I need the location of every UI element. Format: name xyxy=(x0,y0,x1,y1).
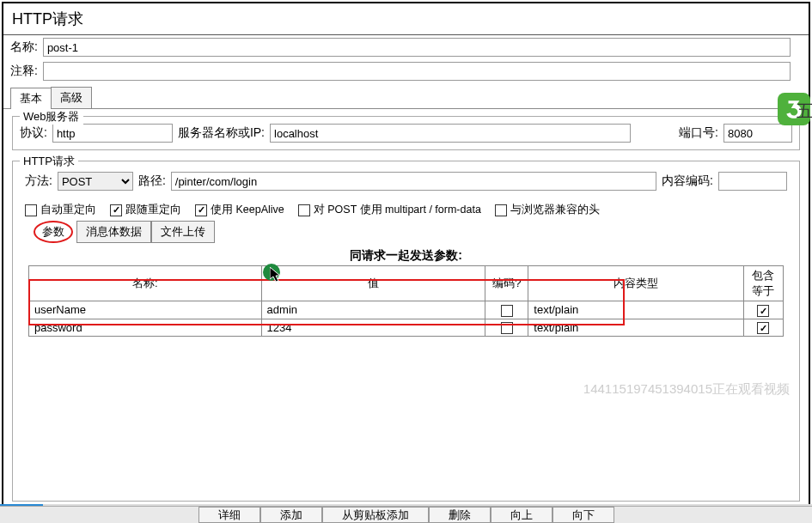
http-legend: HTTP请求 xyxy=(20,154,78,169)
server-label: 服务器名称或IP: xyxy=(178,125,265,141)
checkbox-keepalive[interactable]: 使用 KeepAlive xyxy=(195,203,284,217)
checkbox-auto-redirect[interactable]: 自动重定向 xyxy=(25,203,96,217)
badge-text: 五 xyxy=(797,100,812,123)
port-input[interactable] xyxy=(723,124,792,143)
method-label: 方法: xyxy=(25,173,52,189)
detail-button[interactable]: 详细 xyxy=(198,507,260,523)
cell-encode[interactable] xyxy=(485,319,528,337)
remarks-label: 注释: xyxy=(10,64,38,79)
name-label: 名称: xyxy=(10,40,38,55)
checkbox-multipart[interactable]: 对 POST 使用 multipart / form-data xyxy=(298,203,481,217)
cell-value[interactable]: 1234 xyxy=(261,319,485,337)
tab-advanced[interactable]: 高级 xyxy=(51,87,92,108)
up-button[interactable]: 向上 xyxy=(491,507,553,523)
webserver-legend: Web服务器 xyxy=(20,109,83,125)
table-row[interactable]: password 1234 text/plain xyxy=(29,319,784,337)
method-select[interactable]: POST xyxy=(58,172,133,191)
encoding-input[interactable] xyxy=(718,172,787,191)
subtab-body[interactable]: 消息体数据 xyxy=(76,221,151,243)
col-value[interactable]: 值 xyxy=(261,266,485,301)
send-params-title: 同请求一起发送参数: xyxy=(20,248,792,264)
path-label: 路径: xyxy=(138,173,166,189)
params-table[interactable]: 名称: 值 编码? 内容类型 包含等于 userName admin text/… xyxy=(28,265,784,337)
col-content-type[interactable]: 内容类型 xyxy=(528,266,744,301)
remarks-input[interactable] xyxy=(43,62,791,81)
server-input[interactable] xyxy=(270,124,631,143)
tab-basic[interactable]: 基本 xyxy=(10,88,52,109)
port-label: 端口号: xyxy=(679,125,718,141)
subtab-upload[interactable]: 文件上传 xyxy=(151,221,215,243)
name-input[interactable] xyxy=(43,38,791,57)
table-row[interactable]: userName admin text/plain xyxy=(29,301,784,319)
cell-content-type[interactable]: text/plain xyxy=(528,301,744,319)
subtab-params[interactable]: 参数 xyxy=(34,221,73,243)
cell-include[interactable] xyxy=(743,301,783,319)
cell-include[interactable] xyxy=(743,319,783,337)
bottom-toolbar: 详细 添加 从剪贴板添加 删除 向上 向下 xyxy=(0,506,812,523)
checkbox-browser-headers[interactable]: 与浏览器兼容的头 xyxy=(495,203,600,217)
col-name[interactable]: 名称: xyxy=(29,266,262,301)
window-title: HTTP请求 xyxy=(3,3,809,35)
cell-content-type[interactable]: text/plain xyxy=(528,319,744,337)
path-input[interactable] xyxy=(171,172,656,191)
encoding-label: 内容编码: xyxy=(662,173,713,189)
col-encode[interactable]: 编码? xyxy=(485,266,528,301)
col-include[interactable]: 包含等于 xyxy=(743,266,783,301)
main-tabs: 基本 高级 xyxy=(3,87,809,109)
checkbox-follow-redirect[interactable]: 跟随重定向 xyxy=(110,203,181,217)
webserver-group: Web服务器 协议: 服务器名称或IP: 端口号: xyxy=(12,116,800,150)
sub-tabs: 参数 消息体数据 文件上传 xyxy=(34,221,792,243)
http-request-group: HTTP请求 方法: POST 路径: 内容编码: 自动重定向 跟随重定向 使用… xyxy=(12,161,800,502)
cell-name[interactable]: password xyxy=(29,319,262,337)
cell-value[interactable]: admin xyxy=(261,301,485,319)
cell-name[interactable]: userName xyxy=(29,301,262,319)
add-from-clipboard-button[interactable]: 从剪贴板添加 xyxy=(322,507,429,523)
add-button[interactable]: 添加 xyxy=(260,507,322,523)
down-button[interactable]: 向下 xyxy=(553,507,614,523)
protocol-input[interactable] xyxy=(52,124,173,143)
protocol-label: 协议: xyxy=(20,125,47,141)
cell-encode[interactable] xyxy=(485,301,528,319)
delete-button[interactable]: 删除 xyxy=(429,507,491,523)
